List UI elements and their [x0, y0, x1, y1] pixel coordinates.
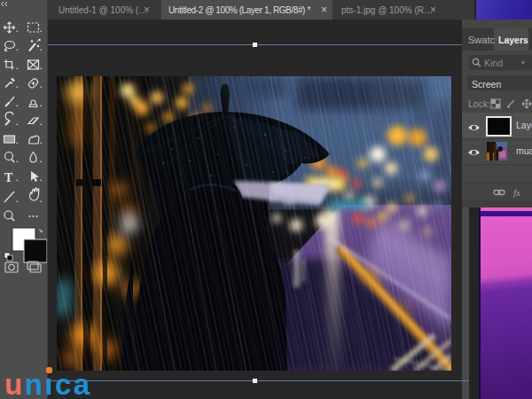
svg-text:fx: fx — [513, 187, 520, 198]
svg-text:T: T — [4, 171, 13, 184]
